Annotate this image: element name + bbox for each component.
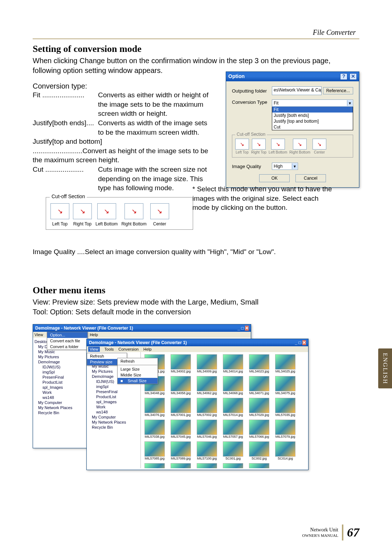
submenu-refresh2[interactable]: Refresh [118,358,158,364]
folder-tree[interactable]: DesktopMy DocumentsMy MusicMy PicturesDe… [33,338,87,446]
reference-button[interactable]: Reference... [323,87,353,94]
menu-help[interactable]: Help [90,332,98,337]
thumbnail[interactable]: MIL57014.jpg [221,398,245,417]
maximize-icon[interactable]: □ [298,340,301,345]
submenu-option[interactable]: Option... [47,332,87,338]
thumbnail[interactable]: MIL57002.jpg [195,398,219,417]
image-quality-dropdown[interactable]: High ▼ [272,163,298,170]
tree-item[interactable]: ws148 [88,409,139,415]
tree-item[interactable]: ws148 [34,395,85,400]
thumbnail[interactable]: MIL34075.jpg [274,376,297,395]
close-icon[interactable]: ✕ [302,340,306,345]
tree-item[interactable]: spl_Images [34,385,85,390]
close-button[interactable]: ✕ [350,73,357,80]
dropdown-option-cut[interactable]: Cut [272,124,353,130]
tree-item[interactable]: Work [88,404,139,409]
menu-conversion[interactable]: Conversion [118,347,139,351]
tree-item[interactable]: My Pictures [34,354,85,359]
submenu-small[interactable]: ■ Small Size [118,378,158,384]
thumbnail[interactable]: MIL57057.jpg [221,420,245,438]
menu-view[interactable]: View [34,332,43,337]
thumbnail-pane[interactable]: MIL34001.jpgMIL34002.jpgMIL34009.jpgMIL3… [141,352,308,468]
submenu-middle[interactable]: Middle Size [118,372,158,378]
chevron-down-icon[interactable]: ▼ [292,163,297,169]
tree-item[interactable]: Recycle Bin [88,425,139,430]
outputting-input[interactable]: es\Network Viewer & Capture [272,86,322,95]
minimize-icon[interactable]: _ [237,326,240,331]
tile-right-bottom[interactable]: ↘ [124,203,143,219]
ok-button[interactable]: OK [259,174,290,182]
chevron-down-icon[interactable]: ▼ [347,100,352,106]
thumbnail[interactable]: MIL34062.jpg [195,376,219,395]
tile-left-top[interactable]: ↘ [50,203,69,219]
maximize-icon[interactable]: □ [241,326,244,331]
tree-item[interactable]: Recycle Bin [34,410,85,415]
thumbnail[interactable]: SC026.jpg [169,463,192,468]
thumbnail[interactable]: SC060.jpg [248,463,271,468]
tree-item[interactable]: imgSpl [34,370,85,375]
submenu-convert-folder[interactable]: Convert a folder [47,344,87,350]
thumbnail[interactable]: MIL34009.jpg [195,354,219,373]
tree-item[interactable]: My Music [34,349,85,354]
thumbnail[interactable]: MIL57045.jpg [169,420,192,438]
dropdown-option-justify-tb[interactable]: Justify [top and bottom] [272,118,353,124]
tree-item[interactable]: PresenFinal [34,375,85,380]
tree-item[interactable]: PresenFinal [88,389,139,394]
tile-left-bottom[interactable]: ↘ [271,139,285,150]
tree-item[interactable]: My Network Places [34,405,85,410]
conversion-type-dropdown[interactable]: Fit ▼ [272,99,353,107]
thumbnail[interactable]: MIL34014.jpg [221,354,245,373]
tree-item[interactable]: spl_Images [88,399,139,404]
thumbnail[interactable]: MIL34025.jpg [274,354,297,373]
menu-tools[interactable]: Tools [105,347,114,351]
thumbnail[interactable]: MIL57066.jpg [248,420,271,438]
submenu-large[interactable]: Large Size [118,366,158,372]
thumbnail[interactable]: MIL57079.jpg [274,420,297,438]
submenu-convert-each[interactable]: Convert each file [47,338,87,344]
dropdown-option-fit[interactable]: Fit [272,107,353,113]
menu-view[interactable]: View [88,347,100,352]
close-icon[interactable]: ✕ [245,326,249,331]
tile-right-bottom[interactable]: ↘ [293,139,307,150]
thumbnail[interactable]: MIL57085.jpg [143,441,166,460]
thumbnail[interactable]: MIL34068.jpg [221,376,245,395]
thumbnail[interactable]: SC021.jpg [143,463,166,468]
minimize-icon[interactable]: _ [295,340,297,345]
window-titlebar[interactable]: DemoImage - Network Viewer (File Convert… [87,339,308,346]
tree-item[interactable]: Work [34,390,85,395]
thumbnail[interactable]: MIL34058.jpg [169,376,192,395]
menu-help[interactable]: Help [143,347,152,351]
thumbnail[interactable]: SC014.jpg [274,441,297,460]
tree-item[interactable]: IDJW(US) [34,364,85,370]
tree-item[interactable]: My Computer [34,400,85,405]
thumbnail[interactable]: MIL57029.jpg [248,398,271,417]
thumbnail[interactable]: MIL34076.jpg [143,398,166,417]
thumbnail[interactable]: SC051.jpg [221,463,245,468]
thumbnail[interactable]: MIL57035.jpg [274,398,297,417]
tile-center[interactable]: ↘ [150,203,169,219]
thumbnail[interactable]: SC001.jpg [221,441,245,460]
thumbnail[interactable]: SC044.jpg [195,463,219,468]
dropdown-option-justify-both[interactable]: Justify [both ends] [272,113,353,118]
tree-item[interactable]: My Network Places [88,420,139,425]
cancel-button[interactable]: Cancel [295,174,326,182]
tree-item[interactable]: imgSpl [88,384,139,389]
thumbnail[interactable]: MIL57038.jpg [143,420,166,438]
tile-right-top[interactable]: ↘ [252,139,266,150]
thumbnail[interactable]: MIL57089.jpg [169,441,192,460]
tree-item[interactable]: DemoImage [34,359,85,364]
thumbnail[interactable]: MIL57001.jpg [169,398,192,417]
thumbnail[interactable]: MIL34002.jpg [169,354,192,373]
tree-item[interactable]: ProductList [34,380,85,385]
window-titlebar[interactable]: DemoImage - Network Viewer (File Convert… [33,325,251,332]
tile-left-top[interactable]: ↘ [235,139,249,150]
tile-center[interactable]: ↘ [313,139,326,150]
tile-right-top[interactable]: ↘ [73,203,92,219]
help-button[interactable]: ? [340,73,347,80]
tree-item[interactable]: My Computer [88,415,139,420]
thumbnail[interactable]: SC002.jpg [248,441,271,460]
tree-item[interactable]: ProductList [88,394,139,399]
dialog-titlebar[interactable]: Option ? ✕ [226,72,359,81]
thumbnail[interactable]: MIL57100.jpg [195,441,219,460]
tile-left-bottom[interactable]: ↘ [97,203,116,219]
